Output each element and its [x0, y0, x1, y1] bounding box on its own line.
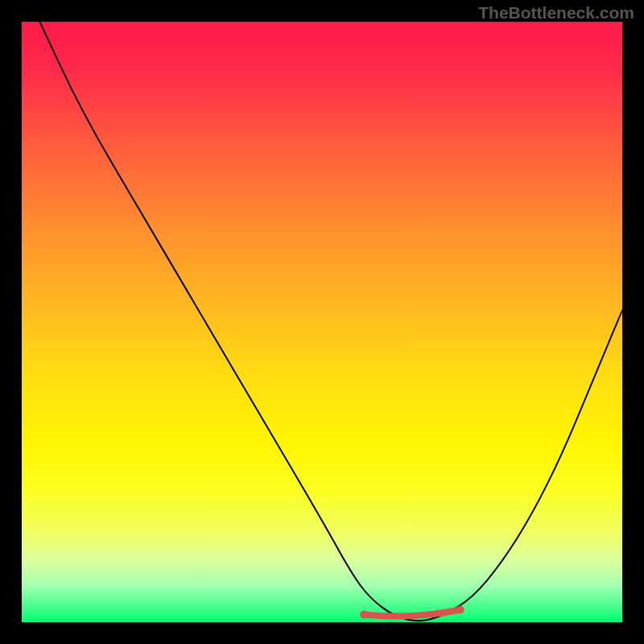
- bottleneck-curve-line: [39, 22, 622, 621]
- chart-svg: [22, 22, 622, 622]
- optimal-range-end-dot: [456, 606, 464, 614]
- optimal-range-start-dot: [360, 611, 368, 619]
- watermark-text: TheBottleneck.com: [478, 3, 634, 23]
- optimal-range-marker: [364, 610, 460, 617]
